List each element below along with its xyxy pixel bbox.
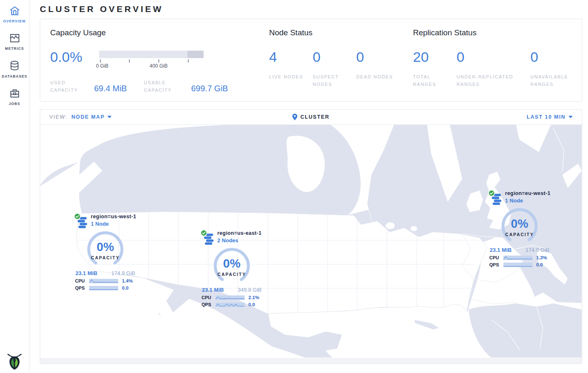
healthy-check-icon <box>488 190 495 197</box>
qps-value: 0.0 <box>122 285 129 290</box>
chevron-down-icon <box>107 116 112 118</box>
node-map-panel: VIEW: NODE MAP CLUSTER LAST 10 MIN <box>40 109 582 364</box>
capacity-tick-label-0: 0 GiB <box>96 63 108 69</box>
cpu-metric-row: CPU 1.4% <box>75 278 136 283</box>
capacity-total-value: 174.9 GiB <box>525 247 549 253</box>
region-label: region=eu-west-1 <box>505 190 551 196</box>
qps-label: QPS <box>202 302 216 307</box>
qps-metric-row: QPS 0.0 <box>202 302 262 307</box>
capacity-percent: 0% <box>74 240 136 254</box>
under-replicated-ranges-label: UNDER-REPLICATED RANGES <box>457 73 519 88</box>
sidebar-item-label: OVERVIEW <box>3 19 26 23</box>
map-toolbar: VIEW: NODE MAP CLUSTER LAST 10 MIN <box>40 110 582 125</box>
region-label: region=us-west-1 <box>91 214 136 219</box>
capacity-donut: 0% CAPACITY <box>201 248 263 284</box>
capacity-used-value: 23.1 MiB <box>490 247 512 253</box>
capacity-bar: 0 GiB 400 GiB <box>99 50 204 69</box>
sidebar-item-label: METRICS <box>5 46 24 51</box>
node-count-link[interactable]: 2 Nodes <box>217 237 262 244</box>
map-node-us-west-1[interactable]: region=us-west-1 1 Node 0% CAPACITY 23.1… <box>74 214 136 290</box>
map-node-eu-west-1[interactable]: region=eu-west-1 1 Node 0% CAPACITY 23.1… <box>488 190 551 267</box>
unavailable-ranges-value: 0 <box>530 50 574 64</box>
used-capacity-label: USED CAPACITY <box>50 79 84 94</box>
node-status-section: Node Status 4 0 0 LIVE NODES SUSPECT NOD… <box>269 28 413 101</box>
used-capacity-value: 69.4 MiB <box>94 84 140 94</box>
sidebar-item-overview[interactable]: OVERVIEW <box>0 0 29 27</box>
capacity-used-percent: 0.0% <box>50 50 83 64</box>
qps-value: 0.0 <box>536 262 543 267</box>
sidebar-item-jobs[interactable]: JOBS <box>0 83 29 110</box>
home-icon <box>9 5 20 16</box>
node-count-link[interactable]: 1 Node <box>91 221 136 227</box>
cpu-value: 1.4% <box>122 278 133 283</box>
total-ranges-value: 20 <box>413 50 457 64</box>
view-selector-value: NODE MAP <box>71 114 104 120</box>
time-range-selector[interactable]: LAST 10 MIN <box>527 114 573 120</box>
cpu-value: 2.1% <box>248 295 259 300</box>
live-nodes-value: 4 <box>269 50 313 64</box>
main-content: CLUSTER OVERVIEW Capacity Usage 0.0% <box>29 0 588 364</box>
node-count-link[interactable]: 1 Node <box>505 197 551 204</box>
total-ranges-label: TOTAL RANGES <box>413 73 442 88</box>
sidebar-item-label: DATABASES <box>2 74 27 78</box>
briefcase-icon <box>9 88 20 99</box>
view-selector[interactable]: NODE MAP <box>71 114 112 120</box>
unavailable-ranges-label: UNAVAILABLE RANGES <box>530 73 574 88</box>
qps-value: 0.0 <box>248 302 255 307</box>
suspect-nodes-value: 0 <box>313 50 356 64</box>
map-node-us-east-1[interactable]: region=us-east-1 2 Nodes 0% CAPACITY 23.… <box>201 230 263 307</box>
qps-metric-row: QPS 0.0 <box>75 285 136 290</box>
capacity-donut: 0% CAPACITY <box>488 208 551 244</box>
sidebar-item-databases[interactable]: DATABASES <box>0 55 29 83</box>
replication-status-section: Replication Status 20 0 0 TOTAL RANGES U… <box>413 28 582 101</box>
qps-sparkline <box>89 286 118 290</box>
usable-capacity-value: 699.7 GiB <box>191 84 228 94</box>
sidebar-item-metrics[interactable]: METRICS <box>0 27 29 55</box>
capacity-caption: CAPACITY <box>488 232 551 237</box>
qps-sparkline <box>216 302 245 307</box>
capacity-caption: CAPACITY <box>74 255 136 260</box>
capacity-donut: 0% CAPACITY <box>74 231 136 268</box>
region-label: region=us-east-1 <box>217 230 262 236</box>
usable-capacity-label: USABLE CAPACITY <box>144 79 182 94</box>
dead-nodes-label: DEAD NODES <box>356 73 400 80</box>
replication-status-title: Replication Status <box>413 28 578 37</box>
qps-sparkline <box>503 263 532 267</box>
live-nodes-label: LIVE NODES <box>269 73 313 80</box>
cpu-label: CPU <box>202 295 216 300</box>
cockroachdb-logo <box>0 351 29 371</box>
node-icon-stack <box>204 234 214 246</box>
cpu-label: CPU <box>75 278 89 283</box>
node-icon-stack <box>78 217 87 229</box>
sidebar: OVERVIEW METRICS DATABASES JOBS <box>0 0 29 373</box>
summary-panel: Capacity Usage 0.0% 0 GiB 400 Gi <box>40 19 582 102</box>
cpu-metric-row: CPU 2.1% <box>202 295 262 300</box>
healthy-check-icon <box>200 229 207 236</box>
capacity-used-value: 23.1 MiB <box>202 287 224 293</box>
suspect-nodes-label: SUSPECT NODES <box>313 73 356 88</box>
capacity-usage-title: Capacity Usage <box>50 28 265 37</box>
databases-icon <box>9 60 20 71</box>
capacity-bar-ticks <box>99 58 204 63</box>
capacity-caption: CAPACITY <box>201 272 263 277</box>
qps-label: QPS <box>489 262 503 267</box>
cpu-label: CPU <box>489 255 503 260</box>
cpu-sparkline <box>89 279 118 283</box>
map-footer-strip <box>40 358 582 364</box>
cpu-metric-row: CPU 1.3% <box>489 255 550 260</box>
under-replicated-ranges-value: 0 <box>457 50 530 64</box>
capacity-bar-track <box>99 51 204 58</box>
breadcrumb-cluster: CLUSTER <box>300 114 329 120</box>
time-range-value: LAST 10 MIN <box>527 114 566 120</box>
dead-nodes-value: 0 <box>356 50 400 64</box>
page-title: CLUSTER OVERVIEW <box>40 0 582 14</box>
node-icon-stack <box>492 194 502 206</box>
map-pin-icon <box>292 114 297 120</box>
capacity-total-value: 174.9 GiB <box>111 270 135 276</box>
capacity-bar-reserved-segment <box>187 51 204 58</box>
cpu-sparkline <box>216 295 245 300</box>
capacity-total-value: 349.8 GiB <box>238 287 262 293</box>
capacity-usage-section: Capacity Usage 0.0% 0 GiB 400 Gi <box>50 28 269 101</box>
world-map[interactable]: region=us-west-1 1 Node 0% CAPACITY 23.1… <box>40 125 582 358</box>
capacity-percent: 0% <box>488 217 551 231</box>
